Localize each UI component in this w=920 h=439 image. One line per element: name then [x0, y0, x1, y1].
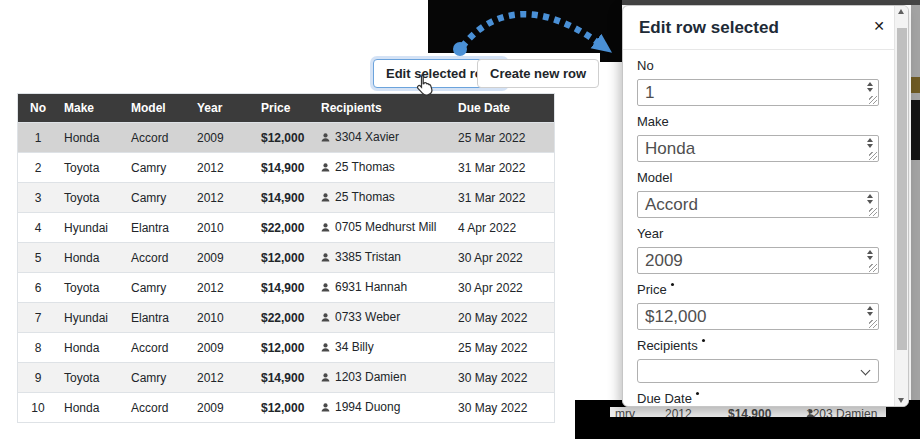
table-cell: $14,900: [255, 152, 315, 182]
price-input[interactable]: $12,000: [637, 303, 879, 330]
table-cell: 1994 Duong: [315, 392, 452, 422]
recipients-select[interactable]: [637, 359, 879, 383]
table-row[interactable]: 2ToyotaCamry2012$14,90025 Thomas31 Mar 2…: [18, 152, 554, 182]
table-cell: 25 Mar 2022: [452, 122, 554, 152]
table-cell: $14,900: [255, 182, 315, 212]
fragment-year: 2012: [665, 407, 692, 417]
input-value: $12,000: [638, 304, 878, 329]
column-header: Due Date: [452, 94, 554, 122]
table-cell: $14,900: [255, 272, 315, 302]
table-cell: Accord: [125, 392, 191, 422]
field-label: No: [637, 58, 879, 74]
table-cell: 0733 Weber: [315, 302, 452, 332]
table-row[interactable]: 3ToyotaCamry2012$14,90025 Thomas31 Mar 2…: [18, 182, 554, 212]
table-cell: Accord: [125, 242, 191, 272]
table-cell: 2: [18, 152, 58, 182]
spinner-icon[interactable]: [865, 250, 875, 260]
table-cell: Toyota: [58, 272, 125, 302]
table-cell: 6: [18, 272, 58, 302]
spinner-icon[interactable]: [865, 138, 875, 148]
table-header: NoMakeModelYearPriceRecipientsDue Date: [18, 94, 554, 122]
input-value: 2009: [638, 248, 878, 273]
chevron-down-icon: [861, 366, 871, 376]
table-cell: 2012: [191, 362, 255, 392]
person-icon: [321, 401, 330, 415]
modal-scrollbar[interactable]: [894, 6, 908, 406]
table-cell: 0705 Medhurst Mill: [315, 212, 452, 242]
table-row[interactable]: 1HondaAccord2009$12,0003304 Xavier25 Mar…: [18, 122, 554, 152]
person-icon: [321, 251, 330, 265]
table-cell: 5: [18, 242, 58, 272]
field-label: Due Date: [637, 391, 879, 406]
table-cell: Elantra: [125, 302, 191, 332]
table-row[interactable]: 10HondaAccord2009$12,0001994 Duong30 May…: [18, 392, 554, 422]
table-cell: $22,000: [255, 302, 315, 332]
table-cell: 31 Mar 2022: [452, 152, 554, 182]
resize-grip-icon[interactable]: [869, 152, 877, 160]
table-cell: $12,000: [255, 242, 315, 272]
table-cell: 2010: [191, 302, 255, 332]
field-label: Make: [637, 114, 879, 130]
year-input[interactable]: 2009: [637, 247, 879, 274]
table-cell: 2009: [191, 242, 255, 272]
scrollbar-up-icon[interactable]: [898, 9, 904, 14]
field-label: Recipients: [637, 338, 879, 354]
table-cell: $12,000: [255, 392, 315, 422]
table-cell: 3385 Tristan: [315, 242, 452, 272]
table-cell: 25 Thomas: [315, 152, 452, 182]
table-cell: 2009: [191, 122, 255, 152]
person-icon: [321, 371, 330, 385]
scrollbar-down-icon[interactable]: [898, 398, 904, 403]
resize-grip-icon[interactable]: [869, 320, 877, 328]
table-cell: 25 Thomas: [315, 182, 452, 212]
table-cell: 2012: [191, 272, 255, 302]
edit-row-modal: Edit row selected ✕ No1MakeHondaModelAcc…: [622, 5, 909, 407]
table-cell: 31 Mar 2022: [452, 182, 554, 212]
person-icon: [321, 311, 330, 325]
table-cell: 6931 Hannah: [315, 272, 452, 302]
modal-fields: No1MakeHondaModelAccordYear2009Price$12,…: [623, 50, 895, 406]
input-value: Accord: [638, 192, 878, 217]
resize-grip-icon[interactable]: [869, 264, 877, 272]
column-header: Price: [255, 94, 315, 122]
table-cell: Camry: [125, 272, 191, 302]
table-row[interactable]: 5HondaAccord2009$12,0003385 Tristan30 Ap…: [18, 242, 554, 272]
spinner-icon[interactable]: [865, 194, 875, 204]
table-cell: Honda: [58, 122, 125, 152]
table-row[interactable]: 9ToyotaCamry2012$14,9001203 Damien30 May…: [18, 362, 554, 392]
column-header: Model: [125, 94, 191, 122]
make-input[interactable]: Honda: [637, 135, 879, 162]
column-header: Year: [191, 94, 255, 122]
table-cell: 1: [18, 122, 58, 152]
resize-grip-icon[interactable]: [869, 208, 877, 216]
person-icon: [321, 131, 330, 145]
table-cell: Camry: [125, 152, 191, 182]
no-input[interactable]: 1: [637, 79, 879, 106]
table-cell: Toyota: [58, 362, 125, 392]
spinner-icon[interactable]: [865, 306, 875, 316]
table-cell: 25 May 2022: [452, 332, 554, 362]
table-cell: 34 Billy: [315, 332, 452, 362]
table-row[interactable]: 6ToyotaCamry2012$14,9006931 Hannah30 Apr…: [18, 272, 554, 302]
person-icon: [321, 161, 330, 175]
table-cell: 30 Apr 2022: [452, 242, 554, 272]
spinner-icon[interactable]: [865, 82, 875, 92]
close-icon[interactable]: ✕: [873, 17, 885, 35]
table-row[interactable]: 4HyundaiElantra2010$22,0000705 Medhurst …: [18, 212, 554, 242]
table-row[interactable]: 8HondaAccord2009$12,00034 Billy25 May 20…: [18, 332, 554, 362]
model-input[interactable]: Accord: [637, 191, 879, 218]
resize-grip-icon[interactable]: [869, 96, 877, 104]
clipped-table-row: mry 2012 $14,900 1203 Damien: [610, 407, 886, 417]
table-row[interactable]: 7HyundaiElantra2010$22,0000733 Weber20 M…: [18, 302, 554, 332]
table-cell: 4 Apr 2022: [452, 212, 554, 242]
required-dot-icon: [696, 392, 699, 395]
fragment-price: $14,900: [728, 407, 771, 417]
table-cell: 30 May 2022: [452, 362, 554, 392]
table-cell: 2012: [191, 152, 255, 182]
required-dot-icon: [671, 283, 674, 286]
table-cell: $12,000: [255, 332, 315, 362]
table-cell: 2010: [191, 212, 255, 242]
hand-cursor-icon: [412, 73, 435, 99]
table-cell: 1203 Damien: [315, 362, 452, 392]
scrollbar-thumb[interactable]: [897, 28, 907, 350]
